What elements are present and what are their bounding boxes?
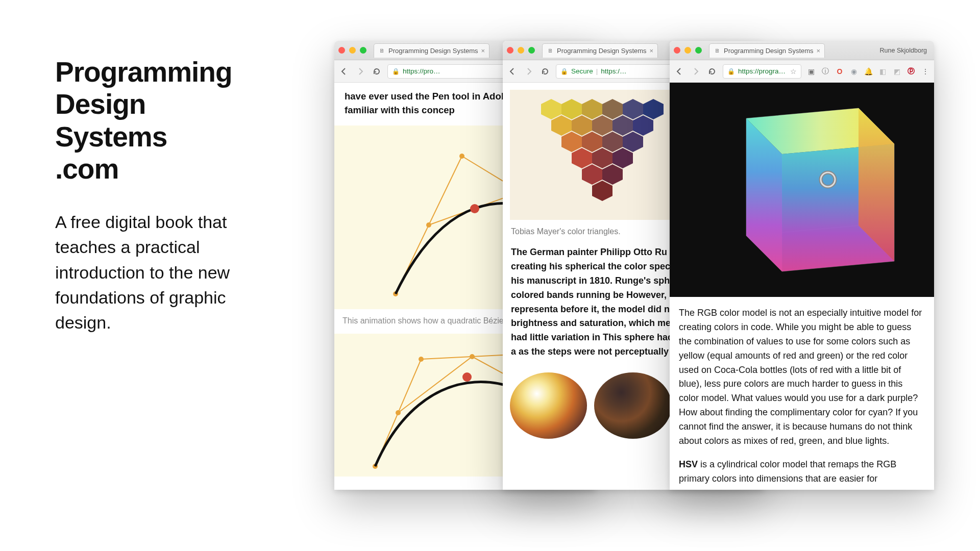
- url-text: https:/…: [601, 67, 626, 75]
- page-favicon-icon: 🗎: [378, 47, 385, 54]
- minimize-window-button[interactable]: [684, 47, 691, 54]
- hsv-label: HSV: [679, 459, 698, 469]
- info-icon[interactable]: ⓘ: [821, 67, 830, 76]
- extension-icon[interactable]: ◩: [892, 67, 901, 76]
- maximize-window-button[interactable]: [695, 47, 702, 54]
- lock-icon: 🔒: [727, 68, 735, 75]
- reload-button[interactable]: [371, 66, 382, 77]
- tab-title: Programming Design Systems: [724, 47, 814, 55]
- page-favicon-icon: 🗎: [714, 47, 721, 54]
- window-controls: [674, 47, 702, 54]
- menu-icon[interactable]: ⋮: [921, 67, 930, 76]
- reload-button[interactable]: [706, 66, 718, 77]
- svg-marker-27: [633, 115, 653, 136]
- paragraph: The RGB color model is not an especially…: [679, 306, 925, 448]
- svg-marker-22: [643, 99, 664, 119]
- svg-point-14: [470, 354, 475, 359]
- close-tab-icon[interactable]: ×: [817, 47, 821, 55]
- close-tab-icon[interactable]: ×: [650, 47, 654, 55]
- sphere-graphic: [594, 372, 671, 439]
- url-text: https://progra…: [738, 67, 786, 75]
- browser-tab[interactable]: 🗎 Programming Design Systems ×: [709, 43, 825, 58]
- tab-title: Programming Design Systems: [557, 47, 647, 55]
- address-bar[interactable]: 🔒 https://progra… ☆: [723, 64, 801, 79]
- opera-icon[interactable]: O: [835, 67, 844, 76]
- forward-button[interactable]: [690, 66, 701, 77]
- pinterest-icon[interactable]: ⓟ: [906, 67, 916, 76]
- svg-marker-28: [561, 132, 582, 152]
- svg-marker-30: [602, 132, 623, 152]
- window-controls: [507, 47, 535, 54]
- hero-title-line: .com: [55, 153, 118, 185]
- maximize-window-button[interactable]: [360, 47, 366, 54]
- svg-marker-29: [582, 132, 602, 152]
- svg-marker-33: [592, 148, 612, 168]
- close-window-button[interactable]: [507, 47, 513, 54]
- svg-marker-37: [592, 181, 612, 201]
- svg-marker-34: [612, 148, 633, 168]
- svg-marker-35: [582, 164, 602, 185]
- page-favicon-icon: 🗎: [547, 47, 554, 54]
- reload-button[interactable]: [540, 66, 551, 77]
- svg-marker-36: [602, 164, 623, 185]
- article-text: The RGB color model is not an especially…: [670, 297, 934, 486]
- bell-icon[interactable]: 🔔: [864, 67, 873, 76]
- lock-icon: 🔒: [392, 68, 400, 75]
- svg-marker-26: [612, 115, 633, 136]
- browser-tab[interactable]: 🗎 Programming Design Systems ×: [542, 43, 658, 58]
- cast-icon[interactable]: ▣: [806, 67, 816, 76]
- tab-strip: 🗎 Programming Design Systems × Rune Skjo…: [670, 41, 934, 60]
- bookmark-star-icon[interactable]: ☆: [790, 67, 797, 76]
- camera-icon[interactable]: ◉: [849, 67, 859, 76]
- svg-marker-21: [623, 99, 643, 119]
- hero-title-line: Systems: [55, 121, 167, 153]
- tab-title: Programming Design Systems: [388, 47, 478, 55]
- back-button[interactable]: [507, 66, 518, 77]
- profile-name[interactable]: Rune Skjoldborg: [880, 47, 930, 54]
- close-window-button[interactable]: [674, 47, 680, 54]
- forward-button[interactable]: [355, 66, 366, 77]
- back-button[interactable]: [674, 66, 685, 77]
- browser-window-3: 🗎 Programming Design Systems × Rune Skjo…: [670, 41, 934, 490]
- svg-point-6: [426, 222, 431, 228]
- secure-label: Secure: [571, 67, 593, 75]
- svg-marker-31: [623, 132, 643, 152]
- svg-marker-24: [572, 115, 592, 136]
- paragraph-text: is a cylindrical color model that remaps…: [679, 459, 896, 484]
- svg-point-16: [462, 372, 472, 382]
- svg-marker-18: [561, 99, 582, 119]
- paragraph: HSV is a cylindrical color model that re…: [679, 458, 925, 486]
- svg-marker-23: [551, 115, 572, 136]
- svg-marker-32: [572, 148, 592, 168]
- svg-point-8: [470, 204, 479, 213]
- svg-marker-19: [582, 99, 602, 119]
- hero-title-line: Design: [55, 88, 145, 120]
- page-content: The RGB color model is not an especially…: [670, 83, 934, 490]
- svg-point-13: [396, 410, 401, 415]
- svg-marker-20: [602, 99, 623, 119]
- divider: |: [596, 67, 598, 75]
- extension-icon[interactable]: ◧: [878, 67, 887, 76]
- close-tab-icon[interactable]: ×: [481, 47, 485, 55]
- hero-block: Programming Design Systems .com A free d…: [55, 56, 275, 335]
- minimize-window-button[interactable]: [518, 47, 524, 54]
- maximize-window-button[interactable]: [528, 47, 535, 54]
- forward-button[interactable]: [523, 66, 534, 77]
- minimize-window-button[interactable]: [349, 47, 356, 54]
- window-controls: [338, 47, 366, 54]
- svg-marker-17: [541, 99, 561, 119]
- browser-toolbar: 🔒 https://progra… ☆ ▣ ⓘ O ◉ 🔔 ◧ ◩ ⓟ ⋮: [670, 60, 934, 83]
- close-window-button[interactable]: [338, 47, 345, 54]
- rgb-cube-figure[interactable]: [670, 83, 934, 297]
- lock-icon: 🔒: [560, 68, 568, 75]
- back-button[interactable]: [338, 66, 350, 77]
- extension-icons: ▣ ⓘ O ◉ 🔔 ◧ ◩ ⓟ ⋮: [806, 67, 930, 76]
- browser-tab[interactable]: 🗎 Programming Design Systems ×: [374, 43, 489, 58]
- svg-marker-25: [592, 115, 612, 136]
- hero-subtitle: A free digital book that teaches a pract…: [55, 210, 275, 335]
- hero-title-line: Programming: [55, 56, 232, 88]
- hero-title: Programming Design Systems .com: [55, 56, 275, 185]
- url-text: https://pro…: [403, 67, 440, 75]
- sphere-graphic: [510, 372, 587, 439]
